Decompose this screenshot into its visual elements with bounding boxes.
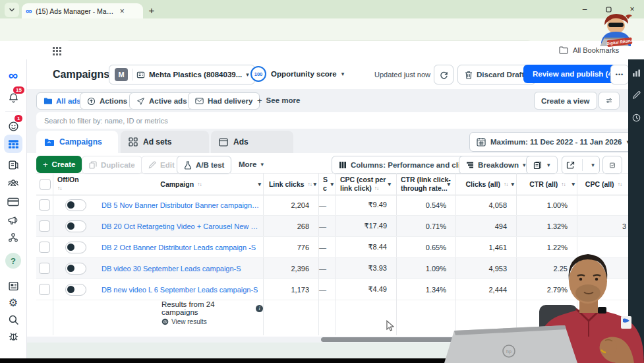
row-checkbox[interactable] [39,220,50,232]
col-cpc-link[interactable]: CPC (cost per link click)↑↓ ▾ [336,174,397,195]
breakdown-button[interactable]: Breakdown ▾ [459,156,533,174]
campaign-toggle[interactable] [65,263,86,275]
campaign-toggle[interactable] [65,284,86,296]
col-label: Link clicks [269,180,305,189]
tab-ads[interactable]: Ads [211,131,293,153]
see-more-label: See more [266,96,301,104]
tab-search-button[interactable] [5,3,19,17]
export-split-button[interactable]: ▾ [562,156,600,174]
history-clock-icon[interactable] [628,110,644,125]
create-button[interactable]: + Create [36,156,82,173]
settings-gear-icon[interactable]: ⚙ [0,294,26,311]
refresh-button[interactable] [434,65,454,84]
charts-icon[interactable] [628,65,644,81]
view-settings-button[interactable] [599,92,620,110]
row-checkbox[interactable] [39,263,50,274]
opportunity-score[interactable]: 100 Opportunity score ▾ [250,65,344,83]
row-checkbox[interactable] [39,284,50,295]
row-select-cell [36,237,53,257]
inbox-smiley-icon[interactable] [0,117,26,135]
campaign-toggle[interactable] [65,242,86,253]
date-range-selector[interactable]: Maximum: 11 Dec 2022 - 11 Jan 2026 ▾ [469,132,637,152]
view-results-link[interactable]: View results [161,318,263,325]
ads-manager-active-item[interactable] [4,135,22,153]
letterbox-bar [0,358,644,363]
browser-tab[interactable]: ∞ (15) Ads Manager - Manage ad × [22,3,143,18]
col-clicks-all[interactable]: Clicks (all) ↑↓ ▾ [456,174,517,195]
row-checkbox[interactable] [39,242,50,253]
all-bookmarks-button[interactable]: All Bookmarks [559,44,619,57]
help-button[interactable]: ? [5,253,21,269]
browser-toolbar: adsmanager.facebook.com/adsmanager/manag… [0,18,644,41]
col-ctr-link[interactable]: CTR (link click- through rate... ▾ [397,174,456,195]
campaign-link[interactable]: DB 20 Oct Retargeting Video + Carousel N… [102,222,260,230]
col-campaign[interactable]: Campaign ↑↓ ▾ [98,174,264,195]
chevron-down-icon: ▾ [341,71,345,77]
col-cpc-all[interactable]: CPC (all) ↑↓ [577,174,628,195]
ab-test-button[interactable]: A/B test [177,156,231,174]
filter-chip-had-delivery[interactable]: Had delivery [188,92,260,110]
search-input[interactable] [36,112,630,129]
window-restore-button[interactable] [599,0,618,18]
cell-clicks_all: 4,058 [456,195,517,215]
edit-pencil-icon[interactable] [628,87,644,103]
table-grid-icon [8,139,19,150]
row-checkbox[interactable] [39,199,50,211]
filter-chip-actions[interactable]: Actions [80,92,134,110]
search-icon[interactable] [0,311,26,328]
col-label: Campaign [160,180,194,189]
account-selector[interactable]: M Mehta Plastics (8084039... ▾ [109,65,255,84]
edit-label: Edit [160,161,175,169]
new-tab-button[interactable]: + [144,2,160,18]
col-link-clicks[interactable]: Link clicks ↑↓ ▾ [264,174,319,195]
apps-grid-icon[interactable] [53,45,65,57]
campaign-link[interactable]: DB new video L 6 September Leads campaig… [102,286,258,294]
col-off-on[interactable]: Off/On ↑↓ [53,174,98,195]
pencil-icon [148,161,156,169]
billing-card-icon[interactable] [0,193,26,211]
campaign-link[interactable]: DB 2 Oct Banner Distributor Leads campai… [102,244,256,251]
date-range-label: Maximum: 11 Dec 2022 - 11 Jan 2026 [490,138,622,146]
cell-cpc: ₹9.49 [336,195,397,215]
content-card: + Create Duplicate Edit A/B test More ▾ … [26,153,628,337]
more-options-button[interactable]: ••• [610,65,629,84]
window-close-button[interactable]: × [622,0,642,18]
filter-chip-active-ads[interactable]: Active ads [129,92,194,110]
select-all-checkbox[interactable] [40,179,51,190]
charts-panel-button[interactable] [602,156,622,174]
news-icon[interactable] [0,277,26,294]
create-view-button[interactable]: Create a view [534,92,597,110]
assets-hierarchy-icon[interactable] [0,229,26,246]
campaign-toggle[interactable] [65,199,86,211]
info-icon[interactable]: i [256,305,263,312]
row-toggle-cell [53,237,98,257]
pages-icon[interactable] [0,156,26,173]
more-button[interactable]: More ▾ [232,156,270,173]
circle-arrow-icon [87,97,96,106]
review-publish-button[interactable]: Review and publish (4) [523,65,624,83]
horizontal-scrollbar[interactable] [36,337,618,343]
sort-icon: ↑↓ [197,180,202,189]
tab-close-icon[interactable]: × [117,7,127,16]
chevron-down-icon: ▾ [258,180,261,189]
reports-button[interactable]: ▾ [526,156,558,174]
all-bookmarks-label: All Bookmarks [573,46,619,54]
scrollbar-thumb[interactable] [321,337,552,342]
window-minimize-button[interactable]: – [575,0,595,18]
tab-ad-sets[interactable]: Ad sets [121,131,209,153]
campaign-link[interactable]: DB 5 Nov Banner Distributor Banner campa… [102,201,260,209]
edit-button[interactable]: Edit [141,156,182,174]
tab-campaigns[interactable]: Campaigns [36,131,118,153]
col-truncated[interactable]: S c ▾ [319,174,336,195]
campaign-link[interactable]: DB video 30 September Leads campaign-S [102,265,241,273]
see-more-button[interactable]: + See more [252,92,305,108]
folder-icon [44,97,52,105]
export-menu-button[interactable]: ▾ [587,162,599,168]
bug-report-icon[interactable] [0,327,26,345]
col-ctr-all[interactable]: CTR (all) ↑↓ ▾ [517,174,577,195]
megaphone-icon[interactable] [0,212,26,229]
duplicate-button[interactable]: Duplicate [82,156,142,174]
audiences-people-icon[interactable] [0,174,26,191]
campaign-toggle[interactable] [65,220,86,232]
export-button[interactable] [562,161,578,170]
